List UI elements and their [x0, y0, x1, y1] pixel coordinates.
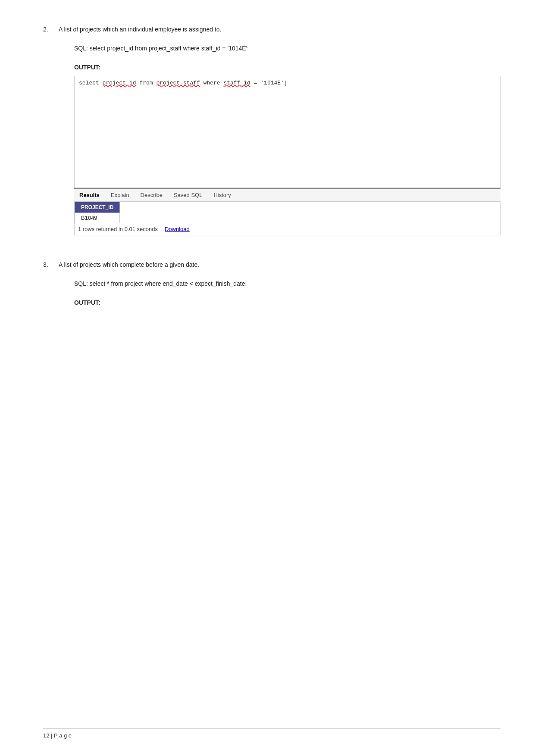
output-label-3: OUTPUT: — [74, 299, 501, 306]
item-3-description: A list of projects which complete before… — [59, 261, 501, 268]
table-row: B1049 — [75, 213, 120, 223]
section-2: 2. A list of projects which an individua… — [43, 26, 501, 235]
col-header-project-id: PROJECT_ID — [75, 202, 120, 213]
item-3-indent: SQL: select * from project where end_dat… — [74, 280, 501, 306]
sql-label-3: SQL: — [74, 280, 88, 287]
page-label: | P a g e — [51, 732, 72, 739]
sql-line-3: SQL: select * from project where end_dat… — [74, 280, 501, 287]
cell-project-id: B1049 — [75, 213, 120, 223]
tab-history[interactable]: History — [212, 191, 232, 200]
page-footer: 12 | P a g e — [43, 728, 501, 739]
tab-explain[interactable]: Explain — [109, 191, 131, 200]
download-link[interactable]: Download — [165, 226, 190, 232]
item-3-content: A list of projects which complete before… — [59, 261, 501, 311]
item-2-indent: SQL: select project_id from project_staf… — [74, 45, 501, 235]
results-table-area-2: PROJECT_ID B1049 1 rows returned in 0.01… — [74, 202, 501, 235]
sql-query-3: select * from project where end_date < e… — [90, 280, 247, 287]
item-2-description: A list of projects which an individual e… — [59, 26, 501, 33]
page-number: 12 — [43, 732, 49, 739]
section-3: 3. A list of projects which complete bef… — [43, 261, 501, 311]
results-footer-2: 1 rows returned in 0.01 seconds Download — [75, 223, 500, 235]
rows-returned-text: 1 rows returned in 0.01 seconds — [78, 226, 158, 232]
tabs-bar-2: Results Explain Describe Saved SQL Histo… — [74, 188, 501, 202]
tab-results[interactable]: Results — [78, 191, 101, 200]
item-number-2: 2. — [43, 26, 53, 235]
editor-text-2: select project_id from project_staff whe… — [79, 80, 288, 86]
sql-editor-2[interactable]: select project_id from project_staff whe… — [74, 76, 501, 188]
output-label-2: OUTPUT: — [74, 64, 501, 71]
sql-query-2: select project_id from project_staff whe… — [90, 45, 249, 52]
item-number-3: 3. — [43, 261, 53, 311]
tab-describe[interactable]: Describe — [139, 191, 164, 200]
sql-line-2: SQL: select project_id from project_staf… — [74, 45, 501, 52]
sql-label-2: SQL: — [74, 45, 88, 52]
tab-saved-sql[interactable]: Saved SQL — [172, 191, 204, 200]
results-table-2: PROJECT_ID B1049 — [75, 202, 120, 223]
item-2-content: A list of projects which an individual e… — [59, 26, 501, 235]
